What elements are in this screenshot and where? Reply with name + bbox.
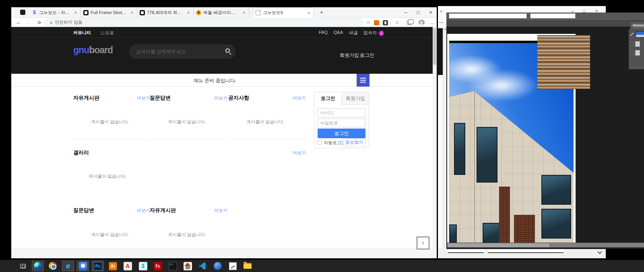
address-bar[interactable]: ▲ 안전하지 않음 xyxy=(45,19,363,26)
file-explorer-icon[interactable] xyxy=(242,261,254,271)
blue-hexagon-app-icon[interactable] xyxy=(77,261,89,271)
cmd-icon[interactable]: C:\ xyxy=(167,261,179,271)
browser-menu-icon[interactable]: … xyxy=(429,19,436,26)
board-title-qna[interactable]: 질문답변 xyxy=(150,94,171,101)
edge-icon[interactable] xyxy=(32,261,44,271)
history-state-row[interactable] xyxy=(630,49,644,56)
login-link[interactable]: 로그인 xyxy=(360,52,374,59)
favorites-icon[interactable]: ☆ xyxy=(394,19,401,26)
tab-gnuboard5-active[interactable]: 그누보드5 × xyxy=(253,7,314,18)
history-state-icon xyxy=(635,50,640,56)
search-input[interactable] xyxy=(135,48,216,56)
desktop: S 그누보드 - 자유게시판 1 페이지 × Full Frame Shot O… xyxy=(0,0,644,272)
login-submit-button[interactable]: 로그인 xyxy=(318,129,365,138)
login-tab[interactable]: 로그인 xyxy=(314,92,342,105)
empty-text: 게시물이 없습니다. xyxy=(73,173,142,179)
new-tab-button[interactable]: + xyxy=(318,9,325,16)
menu-notice: 메뉴 준비 중입니다. xyxy=(73,77,357,84)
home-design-app-icon[interactable] xyxy=(182,261,194,271)
app-toolbar-field[interactable] xyxy=(530,13,576,19)
canvas-horizontal-scrollbar[interactable] xyxy=(447,243,644,247)
nav-shopping[interactable]: 쇼핑몰 xyxy=(101,30,114,36)
tab-close-icon[interactable]: × xyxy=(73,10,78,15)
history-source-checkbox[interactable] xyxy=(630,51,634,55)
auto-login-checkbox[interactable] xyxy=(318,140,322,145)
vscode-logo xyxy=(198,262,206,270)
reload-icon[interactable]: ⟳ xyxy=(35,19,43,27)
vscode-icon[interactable] xyxy=(196,261,208,271)
tab-shutterstock-1[interactable]: Full Frame Shot Of Brick Wall Sto × xyxy=(81,7,137,18)
more-link[interactable]: 더보기 xyxy=(137,208,150,214)
more-link[interactable]: 더보기 xyxy=(214,95,227,101)
gnuboard-favicon: S xyxy=(32,10,37,15)
browser-minimize-button[interactable]: – xyxy=(400,7,412,18)
filezilla-icon[interactable]: Fz xyxy=(152,261,164,271)
board-title-gallery[interactable]: 갤러리 xyxy=(73,149,89,156)
chrome-icon[interactable] xyxy=(47,261,59,271)
w1-overflow-icon[interactable]: … xyxy=(439,19,444,24)
join-link[interactable]: 회원가입 xyxy=(340,52,359,59)
tab-close-icon[interactable]: × xyxy=(242,10,246,15)
board-title-qna2[interactable]: 질문답변 xyxy=(73,207,94,213)
utility-nav: 커뮤니티 쇼핑몰 FAQ Q&A 새글 접속자1 xyxy=(11,27,437,38)
hamburger-menu-button[interactable] xyxy=(357,74,369,87)
nav-qna[interactable]: Q&A xyxy=(334,30,343,35)
browser-maximize-button[interactable]: □ xyxy=(412,7,424,18)
empty-text: 게시물이 없습니다. xyxy=(228,119,303,125)
collections-icon[interactable] xyxy=(406,19,413,26)
nav-visitors[interactable]: 접속자1 xyxy=(363,30,384,36)
site-logo[interactable]: gnuboard xyxy=(73,45,113,56)
tab-close-icon[interactable]: × xyxy=(306,10,311,15)
login-password-input[interactable] xyxy=(318,118,365,127)
task-view-icon[interactable] xyxy=(17,261,29,271)
search-icon[interactable] xyxy=(225,48,230,53)
nav-new-posts[interactable]: 새글 xyxy=(349,30,358,36)
horizontal-scrollbar-thumb[interactable] xyxy=(448,243,549,247)
join-tab[interactable]: 회원가입 xyxy=(342,92,369,105)
shutterstock-favicon xyxy=(83,10,89,15)
profile-avatar-icon[interactable] xyxy=(418,19,425,26)
chevron-down-icon[interactable] xyxy=(597,249,602,254)
page-scrollbar-thumb[interactable] xyxy=(433,28,436,65)
notepad-app-icon[interactable] xyxy=(227,261,239,271)
more-link[interactable]: 더보기 xyxy=(293,95,306,101)
find-info-link[interactable]: 정보찾기 xyxy=(343,138,365,147)
blue-mascot-app-icon[interactable] xyxy=(212,261,224,271)
more-link[interactable]: 더보기 xyxy=(214,208,227,214)
photoshop-icon[interactable]: Ps xyxy=(92,261,104,271)
w1-left-close-icon[interactable]: × xyxy=(440,9,442,14)
extension-dark-icon[interactable] xyxy=(382,19,389,26)
tab-close-icon[interactable]: × xyxy=(186,10,191,15)
history-source-checkbox[interactable] xyxy=(630,42,634,46)
3dsmax-icon[interactable]: 3 xyxy=(137,261,149,271)
login-id-input[interactable] xyxy=(318,108,365,117)
board-title-notice[interactable]: 공지사항 xyxy=(228,94,249,101)
autocad-icon[interactable]: A xyxy=(122,261,134,271)
history-state-row[interactable] xyxy=(630,31,644,38)
board-title-free[interactable]: 자유게시판 xyxy=(73,94,99,101)
brick-texture-layer[interactable] xyxy=(537,35,590,89)
pinned-tab[interactable] xyxy=(20,10,25,15)
back-icon[interactable]: ← xyxy=(14,19,23,27)
empty-text: 게시물이 없습니다. xyxy=(73,119,147,125)
history-state-row[interactable] xyxy=(630,40,644,48)
history-panel-tab[interactable]: History xyxy=(630,22,644,29)
site-search xyxy=(129,44,235,59)
bookmark-star-icon[interactable]: ☆ xyxy=(365,19,372,26)
board-title-free2[interactable]: 자유게시판 xyxy=(150,207,176,213)
more-link[interactable]: 더보기 xyxy=(293,150,306,156)
nav-community[interactable]: 커뮤니티 xyxy=(73,30,91,35)
more-link[interactable]: 더보기 xyxy=(137,95,150,101)
tab-brick-images[interactable]: 벽돌 배경이미지, 사진, 상업적 이 × xyxy=(194,7,249,18)
illustrator-icon[interactable]: Ai xyxy=(107,261,119,271)
nav-faq[interactable]: FAQ xyxy=(319,30,328,35)
scroll-to-top-button[interactable]: ↑ xyxy=(417,237,429,249)
tab-shutterstock-2[interactable]: 778,403개의 최고 Brick Pattern × xyxy=(137,7,194,18)
app-toolbar-field[interactable] xyxy=(449,13,527,19)
browser-close-button[interactable]: × xyxy=(425,7,437,18)
extension-orange-icon[interactable] xyxy=(373,19,380,26)
internet-explorer-icon[interactable]: e xyxy=(62,261,74,271)
tab-gnuboard-board[interactable]: S 그누보드 - 자유게시판 1 페이지 × xyxy=(29,7,81,18)
tab-close-icon[interactable]: × xyxy=(130,10,134,15)
browser-window: S 그누보드 - 자유게시판 1 페이지 × Full Frame Shot O… xyxy=(11,7,437,258)
